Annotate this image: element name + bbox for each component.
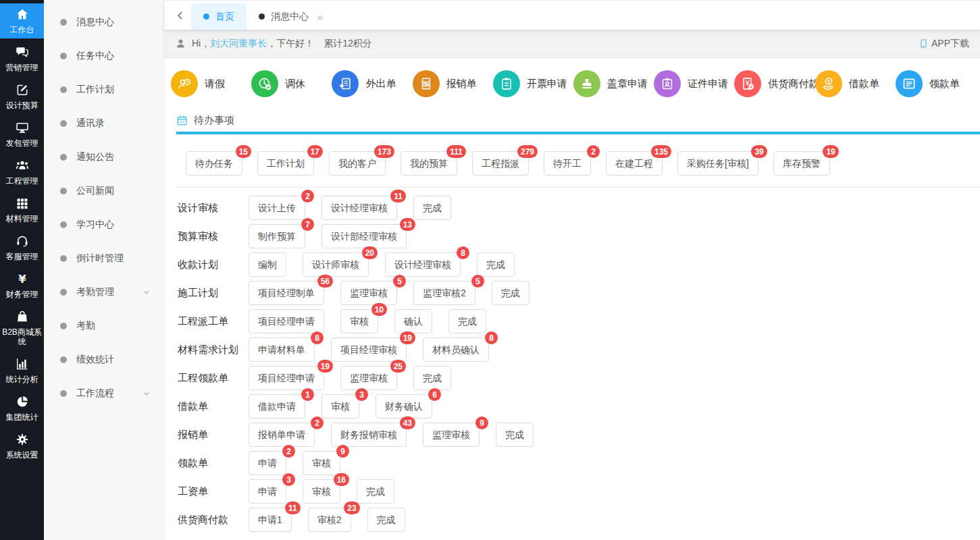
sidebar-item-edit[interactable]: 设计预算	[0, 79, 44, 114]
workflow-step-button[interactable]: 项目经理申请 19	[249, 366, 324, 390]
workflow-step-button[interactable]: 完成	[357, 479, 394, 504]
quick-action[interactable]: 盖章申请	[573, 70, 654, 97]
sidebar-item-chat[interactable]: 营销管理	[0, 41, 44, 76]
workflow-step-button[interactable]: 项目经理申请	[249, 309, 324, 333]
submenu-item[interactable]: 通知公告	[44, 140, 163, 174]
tab[interactable]: 首页	[191, 3, 247, 30]
workflow-step-button[interactable]: 审核 9	[303, 451, 340, 475]
workflow-step-button[interactable]: 监理审核 25	[340, 366, 397, 390]
stat-button[interactable]: 待办任务 15	[186, 151, 242, 176]
stat-button[interactable]: 库存预警 19	[773, 151, 830, 176]
workflow-step-button[interactable]: 申请 3	[249, 479, 286, 504]
todo-button-label: 审核	[331, 401, 350, 412]
sidebar-item-grid[interactable]: 材料管理	[0, 192, 44, 227]
stat-button[interactable]: 采购任务[审核] 39	[677, 151, 758, 176]
user-name-link[interactable]: 刘大同董事长	[210, 38, 267, 50]
stat-button[interactable]: 我的预算 111	[401, 151, 457, 176]
workflow-step-button[interactable]: 审核 16	[303, 479, 340, 504]
app-download-link[interactable]: APP下载	[919, 38, 969, 50]
quick-action[interactable]: 调休	[251, 70, 332, 97]
sidebar-item-chart[interactable]: 统计分析	[0, 353, 44, 388]
submenu-item[interactable]: 通讯录	[44, 107, 163, 140]
quick-action[interactable]: 证件申请	[654, 70, 734, 97]
workflow-step-button[interactable]: 设计上传 2	[249, 196, 305, 220]
quick-action[interactable]: 报销单	[413, 70, 493, 97]
workflow-step-button[interactable]: 审核 10	[340, 309, 378, 333]
quick-action[interactable]: 请假	[171, 70, 251, 97]
submenu-item[interactable]: 公司新闻	[44, 174, 163, 208]
stat-button[interactable]: 工作计划 17	[257, 151, 314, 176]
workflow-step-button[interactable]: 财务确认 6	[376, 394, 432, 418]
workflow-step-button[interactable]: 完成	[477, 252, 515, 277]
workflow-step-button[interactable]: 监理审核 9	[423, 423, 480, 447]
workflow-steps: 项目经理申请 审核 10 确认 完成	[249, 309, 486, 333]
submenu-item-label: 考勤管理	[76, 286, 114, 298]
workflow-step-button[interactable]: 申请 2	[249, 451, 286, 475]
submenu-item[interactable]: 工作计划	[44, 73, 163, 107]
submenu-item[interactable]: 考勤	[44, 309, 163, 343]
workflow-step-button[interactable]: 申请1 11	[249, 508, 292, 532]
sidebar-item-yen[interactable]: 财务管理	[0, 268, 44, 303]
workflow-step-button[interactable]: 材料员确认 8	[423, 338, 489, 362]
workflow-row: 工资单 申请 3 审核 16 完成	[178, 480, 980, 503]
workflow-step-button[interactable]: 设计经理审核 8	[385, 252, 461, 277]
workflow-step-button[interactable]: 完成	[448, 309, 486, 333]
submenu-item[interactable]: 任务中心	[44, 39, 163, 73]
todo-button-label: 我的客户	[338, 158, 376, 169]
submenu-item[interactable]: 学习中心	[44, 208, 163, 242]
stat-button[interactable]: 工程指派 279	[472, 151, 529, 176]
workflow-step-button[interactable]: 编制	[249, 252, 286, 277]
submenu-item[interactable]: 绩效统计	[44, 343, 163, 377]
submenu-item-label: 公司新闻	[76, 185, 114, 197]
quick-action[interactable]: 供货商付款	[734, 70, 815, 97]
sidebar-item-pie[interactable]: 集团统计	[0, 391, 44, 426]
workflow-step-button[interactable]: 审核 3	[321, 394, 359, 418]
sidebar-item-gear[interactable]: 系统设置	[0, 429, 44, 464]
workflow-step-button[interactable]: 审核2 23	[308, 508, 351, 532]
sidebar-item-label: 集团统计	[6, 412, 38, 422]
quick-action[interactable]: 外出单	[332, 70, 412, 97]
workflow-step-button[interactable]: 设计部经理审核 13	[321, 224, 407, 248]
workflow-step-button[interactable]: 设计经理审核 11	[321, 196, 397, 220]
workflow-step-button[interactable]: 完成	[413, 366, 451, 390]
close-icon[interactable]	[316, 13, 324, 20]
workflow-steps: 申请材料单 8 项目经理审核 19 材料员确认 8	[249, 338, 489, 362]
sidebar-item-desktop[interactable]: 发包管理	[0, 117, 44, 152]
workflow-step-button[interactable]: 财务报销审核 43	[331, 423, 407, 447]
workflow-step-button[interactable]: 完成	[413, 196, 451, 220]
quick-action[interactable]: 领款单	[896, 70, 976, 97]
submenu-item[interactable]: 消息中心	[44, 5, 163, 39]
workflow-step-button[interactable]: 确认	[394, 309, 432, 333]
sidebar-item-bag[interactable]: B2B商城系统	[0, 306, 44, 350]
stat-button[interactable]: 在建工程 135	[606, 151, 663, 176]
quick-action[interactable]: 借款单	[815, 70, 896, 97]
workflow-step-button[interactable]: 报销单申请 2	[249, 423, 315, 447]
workflow-step-button[interactable]: 项目经理审核 19	[331, 338, 407, 362]
workflow-step-button[interactable]: 完成	[367, 508, 405, 532]
sidebar-item-headset[interactable]: 客服管理	[0, 230, 44, 265]
quick-action[interactable]: 开票申请	[493, 70, 573, 97]
workflow-step-button[interactable]: 借款申请 1	[249, 394, 305, 418]
workflow-step-button[interactable]: 申请材料单 8	[249, 338, 315, 362]
workflow-step-button[interactable]: 监理审核2 5	[413, 281, 475, 305]
stat-button[interactable]: 待开工 2	[544, 151, 591, 176]
count-badge: 39	[751, 145, 767, 158]
workflow-step-button[interactable]: 完成	[492, 281, 530, 305]
submenu-item[interactable]: 倒计时管理	[44, 242, 163, 275]
workflow-step-button[interactable]: 设计师审核 20	[303, 252, 369, 277]
tab[interactable]: 消息中心	[247, 3, 336, 30]
todo-button-label: 审核	[350, 316, 369, 327]
count-badge: 3	[355, 388, 368, 401]
sidebar-item-users[interactable]: 工程管理	[0, 155, 44, 190]
sidebar-item-label: 财务管理	[6, 290, 38, 299]
sidebar-item-home[interactable]: 工作台	[0, 3, 44, 38]
stat-button[interactable]: 我的客户 173	[329, 151, 386, 176]
submenu-item[interactable]: 工作流程	[44, 377, 163, 410]
chevron-left-icon[interactable]	[175, 10, 186, 21]
workflow-step-button[interactable]: 制作预算 7	[249, 224, 305, 248]
quick-action-label: 外出单	[365, 78, 396, 90]
submenu-item[interactable]: 考勤管理	[44, 275, 163, 309]
workflow-step-button[interactable]: 完成	[496, 423, 534, 447]
workflow-step-button[interactable]: 项目经理制单 56	[249, 281, 324, 305]
workflow-step-button[interactable]: 监理审核 5	[340, 281, 397, 305]
